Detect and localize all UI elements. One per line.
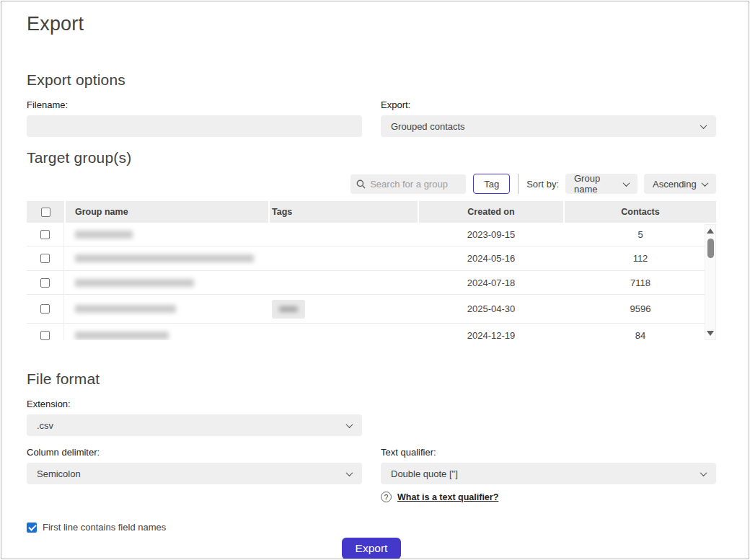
row-checkbox[interactable] <box>40 278 50 288</box>
row-checkbox-cell <box>27 324 64 340</box>
export-type-label: Export: <box>381 99 716 110</box>
chevron-down-icon <box>346 421 353 428</box>
table-row[interactable]: 2023-09-155 <box>27 223 716 246</box>
export-page: Export Export options Filename: Export: … <box>1 1 749 559</box>
search-icon <box>356 179 366 189</box>
select-all-checkbox[interactable] <box>41 208 50 217</box>
redacted-tag-label <box>279 306 298 312</box>
group-search-input[interactable] <box>370 179 460 190</box>
contacts-cell: 84 <box>565 330 716 341</box>
filename-label: Filename: <box>27 99 362 110</box>
chevron-down-icon <box>346 469 353 476</box>
text-qualifier-help-link[interactable]: What is a text qualifier? <box>397 492 498 502</box>
group-name-cell <box>66 231 268 239</box>
delimiter-label: Column delimiter: <box>27 447 362 458</box>
extension-value: .csv <box>37 420 53 431</box>
target-groups-heading: Target group(s) <box>27 149 716 166</box>
row-checkbox[interactable] <box>40 230 50 239</box>
contacts-cell: 112 <box>565 253 716 264</box>
chevron-down-icon <box>700 469 707 476</box>
table-row[interactable]: 2024-05-16112 <box>27 246 716 271</box>
extension-select[interactable]: .csv <box>27 414 362 436</box>
qualifier-select[interactable]: Double quote ["] <box>381 463 716 484</box>
row-checkbox-cell <box>27 271 64 294</box>
table-row[interactable]: 2024-07-187118 <box>27 271 716 295</box>
sort-direction-select[interactable]: Ascending <box>644 174 716 194</box>
sort-direction-value: Ascending <box>653 179 697 190</box>
row-checkbox-cell <box>27 295 64 323</box>
chevron-down-icon <box>702 179 709 187</box>
delimiter-value: Semicolon <box>37 468 81 479</box>
target-groups-toolbar: Tag Sort by: Group name Ascending <box>27 174 716 194</box>
redacted-group-name <box>75 254 254 262</box>
sort-field-value: Group name <box>574 173 624 195</box>
filename-input[interactable] <box>27 115 362 137</box>
toolbar-divider <box>518 174 519 194</box>
table-row[interactable]: 2024-12-1984 <box>27 324 716 340</box>
groups-table: Group name Tags Created on Contacts 2023… <box>27 201 716 340</box>
export-button[interactable]: Export <box>342 538 402 559</box>
created-on-cell: 2024-07-18 <box>419 277 563 288</box>
created-on-cell: 2024-05-16 <box>419 253 563 264</box>
group-name-cell <box>66 332 268 339</box>
group-search[interactable] <box>350 174 466 194</box>
tags-cell <box>270 300 418 319</box>
qualifier-label: Text qualifier: <box>381 447 716 458</box>
extension-label: Extension: <box>27 399 362 409</box>
row-checkbox[interactable] <box>40 331 50 340</box>
row-checkbox[interactable] <box>40 254 50 263</box>
select-all-cell <box>27 201 64 223</box>
row-checkbox-cell <box>27 246 64 270</box>
first-line-checkbox[interactable] <box>27 523 37 533</box>
delimiter-select[interactable]: Semicolon <box>27 463 362 484</box>
sort-by-label: Sort by: <box>526 179 559 190</box>
contacts-cell: 9596 <box>565 303 716 314</box>
group-name-cell <box>66 305 268 313</box>
sort-field-select[interactable]: Group name <box>565 174 638 194</box>
header-created-on[interactable]: Created on <box>419 201 563 223</box>
export-options-row: Filename: Export: Grouped contacts <box>27 89 716 137</box>
redacted-group-name <box>75 279 194 287</box>
redacted-group-name <box>75 332 169 339</box>
header-contacts[interactable]: Contacts <box>565 201 716 223</box>
redacted-group-name <box>75 305 176 313</box>
export-type-select[interactable]: Grouped contacts <box>381 115 716 137</box>
groups-table-body: 2023-09-1552024-05-161122024-07-18711820… <box>27 223 716 340</box>
table-scrollbar[interactable] <box>705 224 716 340</box>
group-name-cell <box>66 254 268 262</box>
qualifier-value: Double quote ["] <box>391 468 458 479</box>
tag-filter-button[interactable]: Tag <box>473 174 510 194</box>
groups-table-header: Group name Tags Created on Contacts <box>27 201 716 223</box>
contacts-cell: 5 <box>565 229 716 240</box>
chevron-down-icon <box>700 122 707 129</box>
page-title: Export <box>27 13 716 35</box>
tag-chip <box>272 300 305 319</box>
group-name-cell <box>66 279 268 287</box>
redacted-group-name <box>75 231 133 239</box>
file-format-heading: File format <box>27 370 716 388</box>
created-on-cell: 2025-04-30 <box>419 303 563 314</box>
first-line-label: First line contains field names <box>43 522 166 533</box>
first-line-option[interactable]: First line contains field names <box>27 522 716 533</box>
row-checkbox-cell <box>27 223 64 246</box>
scroll-up-icon[interactable] <box>707 228 714 234</box>
header-tags[interactable]: Tags <box>270 201 418 223</box>
table-row[interactable]: 2025-04-309596 <box>27 295 716 324</box>
export-options-heading: Export options <box>27 71 716 89</box>
created-on-cell: 2023-09-15 <box>419 229 563 240</box>
export-type-value: Grouped contacts <box>391 121 465 132</box>
header-group-name[interactable]: Group name <box>66 201 268 223</box>
scroll-down-icon[interactable] <box>707 331 714 336</box>
contacts-cell: 7118 <box>565 277 716 288</box>
scrollbar-thumb[interactable] <box>707 239 714 258</box>
created-on-cell: 2024-12-19 <box>419 330 563 341</box>
question-circle-icon: ? <box>381 492 392 502</box>
chevron-down-icon <box>623 179 630 187</box>
row-checkbox[interactable] <box>40 304 50 314</box>
